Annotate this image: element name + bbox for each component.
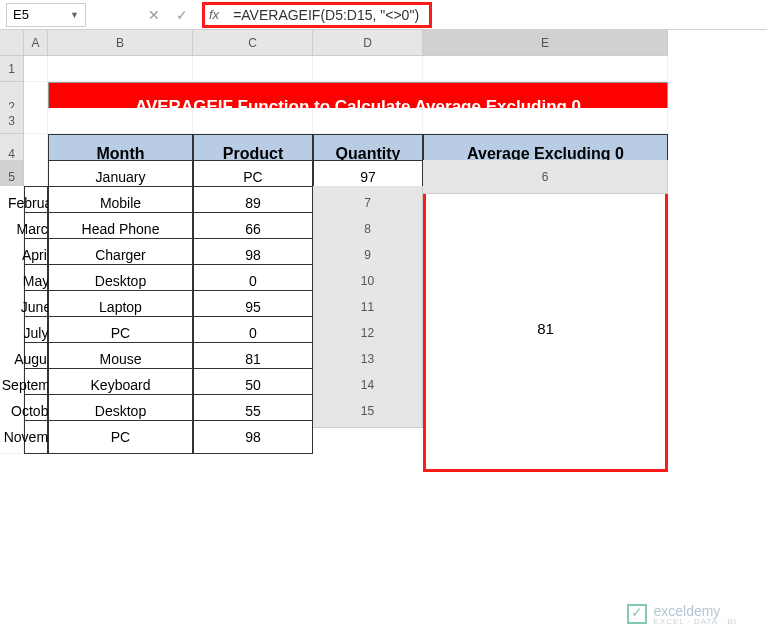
col-header[interactable]: A (24, 30, 48, 56)
col-header[interactable]: C (193, 30, 313, 56)
watermark: exceldemy EXCEL · DATA · BI (627, 602, 737, 626)
enter-icon[interactable]: ✓ (174, 7, 190, 23)
select-all-corner[interactable] (0, 30, 24, 56)
formula-bar-input[interactable]: =AVERAGEIF(D5:D15, "<>0") (233, 7, 419, 23)
cell[interactable] (313, 108, 423, 134)
spreadsheet-grid[interactable]: A B C D E 1 2 AVERAGEIF Function to Calc… (0, 30, 767, 472)
cell[interactable] (48, 56, 193, 82)
row-header[interactable]: 1 (0, 56, 24, 82)
formula-bar-row: E5 ▼ ✕ ✓ fx =AVERAGEIF(D5:D15, "<>0") (0, 0, 767, 30)
average-result-cell[interactable]: 81 (423, 186, 668, 472)
brand-tagline: EXCEL · DATA · BI (653, 617, 737, 626)
row-header[interactable]: 15 (313, 394, 423, 428)
cancel-icon[interactable]: ✕ (146, 7, 162, 23)
col-header[interactable]: D (313, 30, 423, 56)
table-cell[interactable]: November (24, 420, 48, 454)
cell[interactable] (313, 56, 423, 82)
brand-logo-icon (627, 604, 647, 624)
cell[interactable] (24, 108, 48, 134)
name-box-value: E5 (13, 7, 29, 22)
cell[interactable] (48, 108, 193, 134)
formula-controls: ✕ ✓ fx =AVERAGEIF(D5:D15, "<>0") (146, 2, 432, 28)
cell[interactable] (423, 56, 668, 82)
cell[interactable] (24, 56, 48, 82)
col-header[interactable]: B (48, 30, 193, 56)
fx-icon[interactable]: fx (209, 7, 219, 22)
cell[interactable] (423, 108, 668, 134)
col-header[interactable]: E (423, 30, 668, 56)
formula-bar-highlight: fx =AVERAGEIF(D5:D15, "<>0") (202, 2, 432, 28)
table-cell[interactable]: 98 (193, 420, 313, 454)
chevron-down-icon[interactable]: ▼ (70, 10, 79, 20)
name-box[interactable]: E5 ▼ (6, 3, 86, 27)
table-cell[interactable]: PC (48, 420, 193, 454)
row-header[interactable]: 3 (0, 108, 24, 134)
row-header[interactable]: 6 (423, 160, 668, 194)
cell[interactable] (193, 56, 313, 82)
cell[interactable] (193, 108, 313, 134)
